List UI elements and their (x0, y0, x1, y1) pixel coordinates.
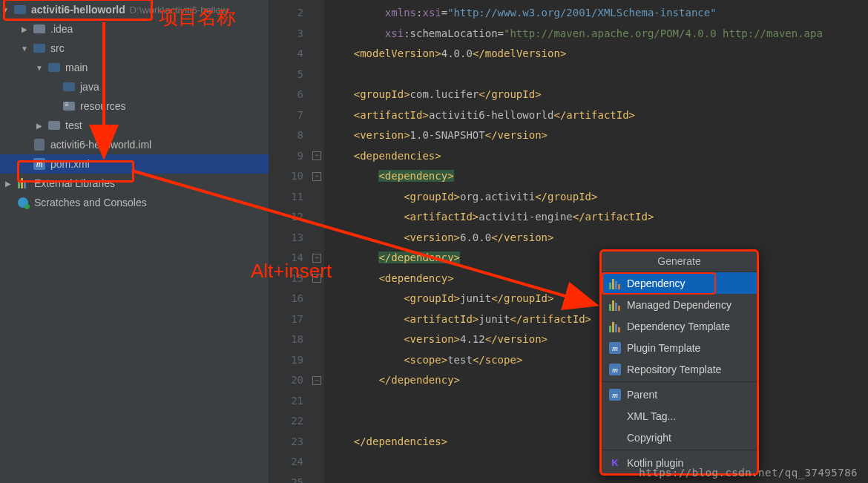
popup-item-label: Dependency Template (627, 321, 730, 332)
code-line[interactable]: </dependency> (329, 248, 868, 269)
fold-marker (309, 65, 324, 85)
generate-popup[interactable]: Generate Dependency Managed Dependency D… (599, 249, 759, 476)
code-line[interactable]: </dependency> (329, 370, 868, 391)
module-folder-icon (13, 3, 27, 16)
chevron-down-icon[interactable] (0, 6, 10, 14)
tree-item-test[interactable]: test (0, 116, 269, 135)
folder-icon (62, 80, 76, 93)
popup-item-dependency-template[interactable]: Dependency Template (602, 315, 757, 337)
chevron-icon[interactable] (34, 64, 45, 72)
code-line[interactable]: <dependency> (329, 269, 868, 289)
fold-marker (309, 24, 324, 45)
fold-marker (309, 289, 324, 309)
chevron-right-icon[interactable] (3, 180, 13, 188)
tree-item-resources[interactable]: resources (0, 96, 269, 116)
chevron-icon[interactable] (19, 45, 30, 53)
code-line[interactable]: <artifactId>activiti6-helloworld</artifa… (329, 105, 868, 126)
line-number: 3 (269, 24, 303, 45)
code-area[interactable]: xmlns:xsi="http://www.w3.org/2001/XMLSch… (324, 0, 868, 483)
fold-marker[interactable]: − (309, 269, 324, 289)
line-number: 9 (269, 146, 303, 167)
fold-marker (309, 432, 324, 453)
fold-marker[interactable]: − (309, 146, 324, 167)
dependency-icon (609, 277, 621, 289)
tree-item-src[interactable]: src (0, 39, 269, 58)
maven-icon: m (609, 364, 621, 375)
tree-label: activiti6-helloworld.iml (49, 139, 151, 151)
project-tree[interactable]: activiti6-helloworld D:\work\activiti6-h… (0, 0, 269, 483)
folder-icon (33, 22, 46, 36)
code-line[interactable]: </dependencies> (329, 432, 868, 453)
line-number: 5 (269, 65, 303, 85)
tree-label: activiti6-helloworld (30, 4, 125, 16)
external-libraries[interactable]: External Libraries (0, 174, 269, 193)
line-number: 2 (269, 3, 303, 24)
fold-marker[interactable]: − (309, 248, 324, 269)
line-number: 19 (269, 350, 303, 371)
tree-item-activiti6-helloworld-iml[interactable]: activiti6-helloworld.iml (0, 135, 269, 154)
code-line[interactable]: <artifactId>junit</artifactId> (329, 309, 868, 330)
popup-item-dependency[interactable]: Dependency (602, 272, 757, 294)
popup-item-repository-template[interactable]: m Repository Template (602, 358, 757, 380)
separator (602, 381, 757, 382)
code-line[interactable]: <artifactId>activiti-engine</artifactId> (329, 207, 868, 228)
code-line[interactable]: xmlns:xsi="http://www.w3.org/2001/XMLSch… (329, 3, 868, 24)
code-line[interactable]: <scope>test</scope> (329, 350, 868, 371)
tree-label: .idea (49, 23, 73, 35)
popup-item-copyright[interactable]: Copyright (602, 427, 757, 448)
popup-item-managed-dependency[interactable]: Managed Dependency (602, 294, 757, 315)
folder-icon (33, 42, 46, 55)
popup-item-xml-tag-[interactable]: XML Tag... (602, 405, 757, 427)
code-line[interactable]: xsi:schemaLocation="http://maven.apache.… (329, 24, 868, 45)
fold-marker[interactable]: − (309, 166, 324, 187)
fold-marker[interactable]: − (309, 370, 324, 391)
tree-item-main[interactable]: main (0, 58, 269, 77)
fold-marker (309, 473, 324, 484)
tree-label: java (79, 81, 99, 93)
tree-label: resources (79, 100, 125, 112)
code-line[interactable]: <groupId>junit</groupId> (329, 289, 868, 309)
chevron-icon[interactable] (34, 122, 45, 130)
code-line[interactable]: <dependency> (329, 166, 868, 187)
tree-item--idea[interactable]: .idea (0, 19, 269, 39)
tree-label: test (64, 119, 82, 131)
tree-root[interactable]: activiti6-helloworld D:\work\activiti6-h… (0, 0, 269, 19)
code-line[interactable]: <version>4.12</version> (329, 329, 868, 350)
code-line[interactable] (329, 391, 868, 412)
code-line[interactable]: <version>1.0-SNAPSHOT</version> (329, 125, 868, 146)
tree-label: src (49, 42, 65, 54)
libraries-icon (16, 177, 30, 190)
code-line[interactable]: <groupId>org.activiti</groupId> (329, 187, 868, 208)
dependency-icon (609, 299, 621, 311)
fold-marker (309, 85, 324, 105)
folder-icon (47, 61, 61, 74)
tree-item-java[interactable]: java (0, 77, 269, 96)
code-line[interactable]: <version>6.0.0</version> (329, 228, 868, 249)
fold-column[interactable]: −−−−− (309, 0, 324, 483)
chevron-icon[interactable] (19, 25, 30, 33)
tree-item-pom-xml[interactable]: m pom.xml (0, 154, 269, 174)
popup-item-plugin-template[interactable]: m Plugin Template (602, 337, 757, 358)
code-line[interactable]: <groupId>com.lucifer</groupId> (329, 85, 868, 105)
code-line[interactable] (329, 65, 868, 85)
fold-marker (309, 44, 324, 65)
code-editor[interactable]: 2345678910111213141516171819202122232425… (269, 0, 868, 483)
code-line[interactable] (329, 411, 868, 432)
line-number: 20 (269, 370, 303, 391)
code-line[interactable]: <modelVersion>4.0.0</modelVersion> (329, 44, 868, 65)
popup-item-parent[interactable]: m Parent (602, 384, 757, 405)
fold-marker (309, 391, 324, 412)
line-number: 13 (269, 228, 303, 249)
scratches-consoles[interactable]: Scratches and Consoles (0, 193, 269, 212)
tree-label: Scratches and Consoles (33, 197, 147, 208)
fold-marker (309, 411, 324, 432)
fold-marker (309, 228, 324, 249)
popup-item-label: Copyright (627, 432, 671, 444)
scratches-icon (16, 196, 30, 209)
code-line[interactable]: <dependencies> (329, 146, 868, 167)
line-number: 8 (269, 125, 303, 146)
tree-label: External Libraries (33, 177, 115, 189)
maven-icon: m (609, 389, 621, 401)
line-number: 15 (269, 269, 303, 289)
fold-marker (309, 329, 324, 350)
